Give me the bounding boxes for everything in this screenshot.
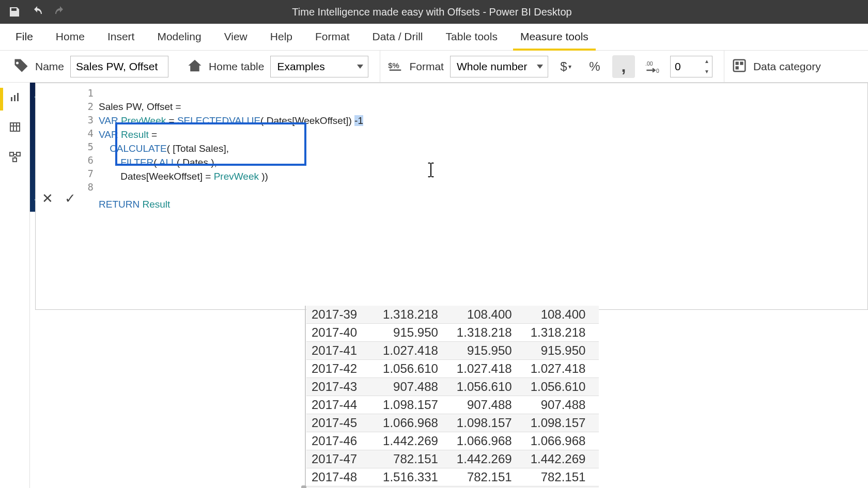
name-label: Name [35,60,64,73]
home-icon [187,58,203,75]
table-row[interactable]: 2017-491.276.4841.516.3311.516.331 [306,486,599,489]
tab-modeling[interactable]: Modeling [146,24,212,50]
code-line-1: Sales PW, Offset = [99,101,184,112]
undo-icon[interactable] [31,6,43,18]
table-cell: 1.516.331 [378,468,452,486]
ribbon-content: Name Home table Examples $% Format Whole… [0,51,868,83]
svg-text:$%: $% [389,61,400,70]
svg-rect-16 [13,158,17,162]
svg-rect-5 [740,61,743,65]
table-cell: 907.488 [378,378,452,396]
table-cell: 1.027.418 [525,360,599,378]
svg-text:0: 0 [656,67,659,73]
data-table[interactable]: 2017-391.318.218108.400108.4002017-40915… [306,306,868,488]
table-cell: 2017-48 [306,468,378,486]
spinner-down-icon[interactable]: ▼ [702,67,712,77]
table-cell: 782.151 [452,468,525,486]
table-cell: 108.400 [525,306,599,324]
table-cell: 1.318.218 [378,306,452,324]
table-cell: 1.056.610 [452,378,525,396]
table-row[interactable]: 2017-411.027.418915.950915.950 [306,342,599,360]
table-cell: 2017-40 [306,324,378,342]
tab-view[interactable]: View [213,24,259,50]
formula-editor[interactable]: Sales PW, Offset = VAR PrevWeek = SELECT… [96,83,867,309]
table-left-border [305,306,306,488]
table-row[interactable]: 2017-461.442.2691.066.9681.066.968 [306,432,599,450]
formula-actions: ✕ ✓ [36,83,82,309]
table-row[interactable]: 2017-441.098.157907.488907.488 [306,396,599,414]
table-cell: 915.950 [378,324,452,342]
percent-button[interactable]: % [583,55,606,78]
table-row[interactable]: 2017-481.516.331782.151782.151 [306,468,599,486]
table-cell: 1.098.157 [525,414,599,432]
svg-rect-7 [11,97,12,101]
report-canvas[interactable]: Sa Su ✕ ✓ 12345678 Sales PW, Offset = VA… [30,83,868,488]
table-cell: 1.442.269 [378,432,452,450]
text-cursor-icon [426,162,436,178]
svg-rect-4 [735,61,738,65]
table-row[interactable]: 2017-40915.9501.318.2181.318.218 [306,324,599,342]
save-icon[interactable] [8,6,21,18]
table-cell: 1.516.331 [525,486,599,489]
svg-rect-14 [10,152,13,156]
table-row[interactable]: 2017-451.066.9681.098.1571.098.157 [306,414,599,432]
tab-measure-tools[interactable]: Measure tools [509,24,600,50]
table-cell: 2017-39 [306,306,378,324]
table-cell: 1.027.418 [452,360,525,378]
table-cell: 2017-46 [306,432,378,450]
tab-home[interactable]: Home [44,24,96,50]
tab-file[interactable]: File [4,24,44,50]
table-cell: 2017-42 [306,360,378,378]
currency-button[interactable]: $▾ [554,55,577,78]
workspace: Sa Su ✕ ✓ 12345678 Sales PW, Offset = VA… [0,83,868,488]
cancel-formula-button[interactable]: ✕ [39,190,56,207]
table-cell: 782.151 [525,468,599,486]
redo-icon [54,6,66,18]
table-cell: 1.056.610 [525,378,599,396]
commit-formula-button[interactable]: ✓ [61,190,79,207]
decimal-shift-icon[interactable]: .000 [641,55,664,78]
model-view-button[interactable] [6,148,24,166]
tab-format[interactable]: Format [304,24,361,50]
active-view-indicator [0,88,3,111]
format-label: Format [409,60,444,73]
selection-highlight: -1 [354,115,363,126]
scroll-handle[interactable] [301,485,306,488]
table-cell: 1.066.968 [452,432,525,450]
table-row[interactable]: 2017-421.056.6101.027.4181.027.418 [306,360,599,378]
tab-data-drill[interactable]: Data / Drill [361,24,435,50]
home-table-select[interactable]: Examples [270,56,368,77]
table-row[interactable]: 2017-391.318.218108.400108.400 [306,306,599,324]
spinner-up-icon[interactable]: ▲ [702,56,712,67]
tab-table-tools[interactable]: Table tools [435,24,509,50]
table-cell: 2017-47 [306,450,378,468]
format-select[interactable]: Whole number [450,56,548,77]
table-row[interactable]: 2017-43907.4881.056.6101.056.610 [306,378,599,396]
table-cell: 1.276.484 [378,486,452,489]
view-switcher [0,83,30,488]
highlight-box [115,122,306,166]
tab-help[interactable]: Help [259,24,304,50]
decimals-input[interactable] [671,60,702,73]
table-cell: 915.950 [525,342,599,360]
table-cell: 907.488 [525,396,599,414]
table-cell: 1.098.157 [378,396,452,414]
table-row[interactable]: 2017-47782.1511.442.2691.442.269 [306,450,599,468]
svg-rect-15 [17,152,20,156]
table-cell: 915.950 [452,342,525,360]
table-cell: 1.442.269 [452,450,525,468]
report-view-button[interactable] [6,88,24,106]
home-table-label: Home table [209,60,264,73]
table-cell: 2017-49 [306,486,378,489]
table-cell: 1.098.157 [452,414,525,432]
table-cell: 1.442.269 [525,450,599,468]
tab-insert[interactable]: Insert [96,24,146,50]
svg-rect-10 [10,123,20,131]
code-line-6: Dates[WeekOffset] = PrevWeek )) [99,171,268,182]
data-view-button[interactable] [6,118,24,136]
formula-bar[interactable]: ✕ ✓ 12345678 Sales PW, Offset = VAR Prev… [35,83,868,310]
thousands-separator-button[interactable]: , [612,55,635,78]
decimals-spinner[interactable]: ▲▼ [670,56,712,77]
measure-name-input[interactable] [70,56,168,77]
table-cell: 1.027.418 [378,342,452,360]
